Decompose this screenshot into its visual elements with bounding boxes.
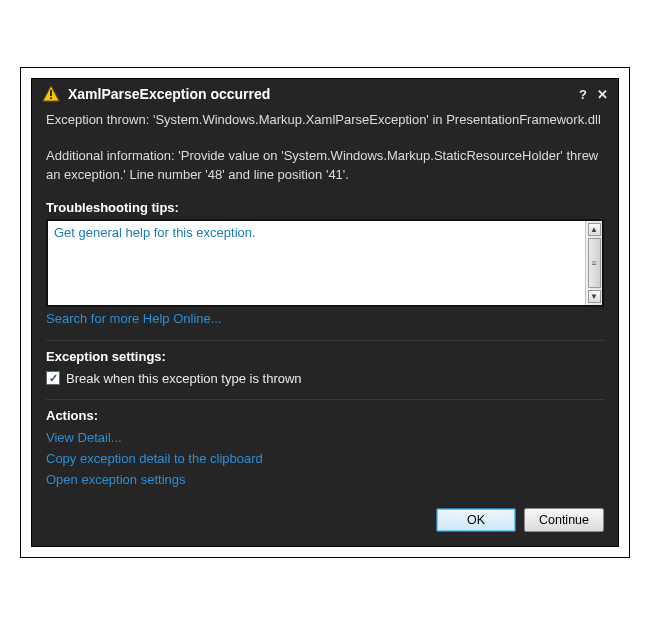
exception-dialog: XamlParseException occurred ? ✕ Exceptio… (31, 78, 619, 547)
copy-clipboard-link[interactable]: Copy exception detail to the clipboard (46, 448, 604, 469)
search-online-link[interactable]: Search for more Help Online... (46, 307, 604, 330)
general-help-link[interactable]: Get general help for this exception. (54, 225, 256, 240)
svg-rect-1 (50, 90, 52, 96)
scroll-thumb[interactable] (588, 238, 601, 288)
scroll-down-icon[interactable]: ▼ (588, 290, 601, 303)
actions-links: View Detail... Copy exception detail to … (46, 427, 604, 490)
tips-box: Get general help for this exception. ▲ ▼ (46, 219, 604, 307)
dialog-body: Exception thrown: 'System.Windows.Markup… (32, 107, 618, 496)
warning-icon (42, 85, 60, 103)
tips-content: Get general help for this exception. (48, 221, 585, 305)
ok-button[interactable]: OK (436, 508, 516, 532)
actions-heading: Actions: (46, 408, 604, 423)
view-detail-link[interactable]: View Detail... (46, 427, 604, 448)
button-row: OK Continue (32, 496, 618, 546)
outer-frame: XamlParseException occurred ? ✕ Exceptio… (20, 67, 630, 558)
exception-message-2: Additional information: 'Provide value o… (46, 143, 604, 191)
divider (46, 340, 604, 341)
titlebar: XamlParseException occurred ? ✕ (32, 79, 618, 107)
divider (46, 399, 604, 400)
open-settings-link[interactable]: Open exception settings (46, 469, 604, 490)
svg-rect-2 (50, 97, 52, 99)
tips-scrollbar[interactable]: ▲ ▼ (585, 221, 602, 305)
dialog-title: XamlParseException occurred (68, 86, 579, 102)
break-checkbox-row[interactable]: ✓ Break when this exception type is thro… (46, 368, 604, 389)
exception-settings-heading: Exception settings: (46, 349, 604, 364)
exception-message-1: Exception thrown: 'System.Windows.Markup… (46, 107, 604, 137)
titlebar-controls: ? ✕ (579, 87, 608, 102)
help-button[interactable]: ? (579, 87, 587, 102)
scroll-up-icon[interactable]: ▲ (588, 223, 601, 236)
close-button[interactable]: ✕ (597, 87, 608, 102)
break-checkbox-label: Break when this exception type is thrown (66, 371, 302, 386)
break-checkbox[interactable]: ✓ (46, 371, 60, 385)
troubleshooting-heading: Troubleshooting tips: (46, 200, 604, 215)
continue-button[interactable]: Continue (524, 508, 604, 532)
